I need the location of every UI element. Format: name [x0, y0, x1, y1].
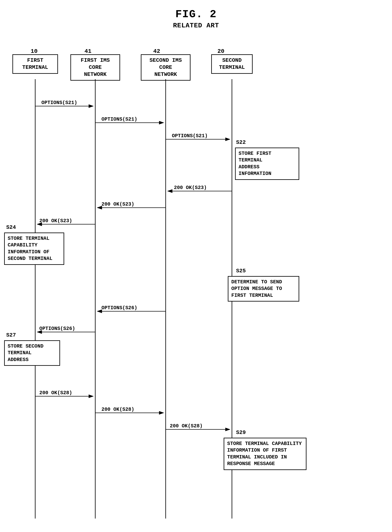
action-store-second-terminal: STORE SECONDTERMINALADDRESS: [4, 340, 60, 366]
svg-text:200  OK(S28): 200 OK(S28): [170, 423, 202, 429]
entity-first-ims: FIRST IMS CORENETWORK: [70, 54, 120, 81]
svg-text:OPTIONS(S26): OPTIONS(S26): [102, 305, 137, 311]
svg-text:OPTIONS(S21): OPTIONS(S21): [102, 116, 137, 122]
ref-second-terminal: 20: [217, 48, 224, 54]
step-s25: S25: [236, 268, 246, 274]
action-store-terminal-capability: STORE TERMINALCAPABILITYINFORMATION OFSE…: [4, 233, 64, 265]
svg-text:OPTIONS(S21): OPTIONS(S21): [42, 100, 77, 105]
svg-text:OPTIONS(S26): OPTIONS(S26): [39, 326, 75, 331]
diagram-svg: OPTIONS(S21) OPTIONS(S21) OPTIONS(S21) 2…: [0, 42, 392, 532]
svg-text:200  OK(S23): 200 OK(S23): [174, 185, 207, 190]
action-store-terminal-cap-first: STORE TERMINAL CAPABILITYINFORMATION OF …: [224, 438, 307, 470]
diagram: 10 41 42 20 FIRSTTERMINAL FIRST IMS CORE…: [0, 42, 392, 518]
action-store-first-terminal: STORE FIRSTTERMINALADDRESSINFORMATION: [235, 147, 299, 180]
svg-text:200  OK(S28): 200 OK(S28): [102, 407, 134, 412]
svg-text:200  OK(S28): 200 OK(S28): [39, 390, 72, 396]
svg-text:OPTIONS(S21): OPTIONS(S21): [172, 133, 208, 139]
figure-title: FIG. 2: [0, 0, 392, 20]
ref-first-terminal: 10: [31, 48, 38, 54]
step-s22: S22: [236, 139, 246, 146]
page-container: FIG. 2 RELATED ART 10 41 42 20 FIRSTTERM…: [0, 0, 392, 532]
ref-first-ims: 41: [84, 48, 92, 54]
entity-second-terminal: SECONDTERMINAL: [211, 54, 253, 74]
figure-subtitle: RELATED ART: [0, 22, 392, 29]
action-determine-to-send: DETERMINE TO SENDOPTION MESSAGE TOFIRST …: [228, 276, 299, 302]
step-s29: S29: [236, 429, 246, 436]
svg-text:200  OK(S23): 200 OK(S23): [39, 218, 72, 224]
entity-first-terminal: FIRSTTERMINAL: [12, 54, 58, 74]
step-s24: S24: [6, 224, 16, 230]
entity-second-ims: SECOND IMS CORENETWORK: [141, 54, 191, 81]
step-s27: S27: [6, 332, 16, 338]
ref-second-ims: 42: [153, 48, 160, 54]
svg-text:200  OK(S23): 200 OK(S23): [102, 201, 134, 207]
